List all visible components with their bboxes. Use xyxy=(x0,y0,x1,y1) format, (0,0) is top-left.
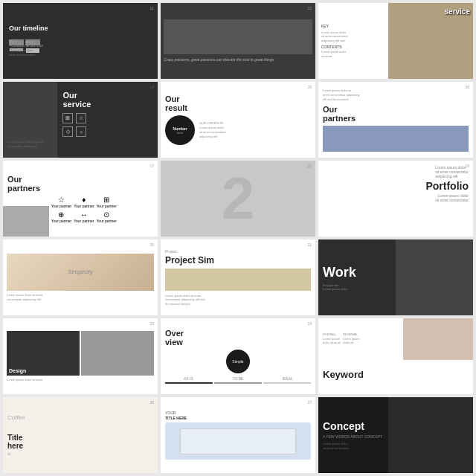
bar-3 xyxy=(263,382,311,384)
coffee-text: Coffee xyxy=(7,414,25,421)
partners-label: partners xyxy=(323,114,356,123)
project-sim-title: Project Sim xyxy=(165,255,214,266)
title-label: Title xyxy=(7,434,22,442)
slide-number: 20 xyxy=(149,242,154,247)
partner-icon-5: ↔Your partner xyxy=(74,210,94,223)
keyword-image xyxy=(403,318,473,360)
over-label: Over xyxy=(165,329,184,338)
slide-number: 17 xyxy=(149,164,154,168)
concept-title: Concept xyxy=(323,420,364,432)
circle-simple: Simple xyxy=(232,359,243,364)
slide-title: Our timeline xyxy=(9,25,48,32)
keyword-overall: OVERALL RENEWALLorem ipsum Lorem ipsumdo… xyxy=(323,332,360,345)
slide-our-result: 15 Our result Number here OUR CONTENTSLo… xyxy=(161,82,315,158)
timeline-bars: 2013FOUNDED 2014MILESTONE xyxy=(9,39,40,45)
project-image xyxy=(165,268,311,291)
quote-text: Crazy passions, great passions can eleva… xyxy=(164,57,274,62)
portfolio-small: Lorem ipsum dolorsit amet consecteturadi… xyxy=(435,165,469,178)
project-label: Project xyxy=(165,249,177,254)
our-label-2: Our xyxy=(7,175,22,184)
partner-icon-4: ⊕Your partner xyxy=(51,210,71,223)
service-text: KEY Lorem ipsum dolorsit amet consectetu… xyxy=(321,24,348,59)
work-title: Work xyxy=(323,265,356,280)
partner-icon-2: ♦Your partner xyxy=(74,196,94,208)
big-number: 2 xyxy=(222,164,255,233)
portfolio-title: Portfolio xyxy=(425,180,469,192)
here-label: here xyxy=(7,442,23,450)
slide-timeline: 11 Our timeline 2013FOUNDED 2014MILESTON… xyxy=(3,3,158,79)
slide-number: 15 xyxy=(307,85,312,89)
partner-icon-6: ⊙Your partner xyxy=(96,210,116,223)
title-num-badge: 23 xyxy=(7,452,10,456)
concept-image xyxy=(388,397,473,473)
slide-concept: 28 Concept A FEW WORDS ABOUT CONCEPT Lor… xyxy=(318,397,473,473)
slide-quote: 12 Crazy passions, great passions can el… xyxy=(161,3,315,79)
title-here-label: TITLE HERE xyxy=(165,416,187,420)
slide-title-device: 27 YOUR TITLE HERE xyxy=(161,397,315,473)
timeline-text: Lorem ipsum dolorsit amet consectetur xyxy=(9,48,36,57)
icon-box-4: ○ xyxy=(76,126,86,137)
partner-icon-3: ⊞Your partner xyxy=(96,196,116,208)
view-label: view xyxy=(165,338,183,347)
design-light xyxy=(81,331,154,376)
slide-simplicity: 20 Simplicity Lorem ipsum dolor sit amet… xyxy=(3,239,158,315)
slide-keyword: 25 OVERALL RENEWALLorem ipsum Lorem ipsu… xyxy=(318,318,473,394)
slide-service-header: 13 service KEY Lorem ipsum dolorsit amet… xyxy=(318,3,473,79)
partners-img xyxy=(3,206,49,237)
slide-number: 19 xyxy=(465,164,469,168)
work-desc: Find partnerLorem ipsum dolor xyxy=(323,283,347,291)
partner-icon-1: ☆Your partner xyxy=(51,196,71,208)
bar-label-1: 2013FOUNDED xyxy=(9,39,24,45)
your-title-label: YOUR xyxy=(165,411,176,415)
slide-number: 23 xyxy=(149,321,154,326)
device-screen xyxy=(180,428,297,454)
slide-our-service: 14 Our service ⊞ ☆ ◇ ○ Lorem ipsum dolor… xyxy=(3,82,158,158)
partner-icons-grid: ☆Your partner ♦Your partner ⊞Your partne… xyxy=(51,196,117,223)
overview-bars xyxy=(165,382,311,384)
design-images: Design xyxy=(7,331,154,376)
result-title: result xyxy=(165,103,187,112)
device-mockup xyxy=(165,422,311,460)
slide-number: 21 xyxy=(307,242,312,247)
slide-number: 16 xyxy=(465,85,469,89)
slide-work: 22 Work Find partnerLorem ipsum dolor xyxy=(318,239,473,315)
service-title: service xyxy=(445,7,470,16)
icon-box-2: ☆ xyxy=(76,113,86,123)
result-circle: Number here xyxy=(165,115,195,145)
slide-number: 26 xyxy=(149,400,154,405)
slide-number: 11 xyxy=(149,6,154,10)
slide-number: 12 xyxy=(307,6,312,10)
ideal-label: IDEAL xyxy=(264,376,311,381)
slide-big-number: 18 2 xyxy=(161,161,315,237)
bar-1 xyxy=(165,382,213,384)
service-label: service xyxy=(62,100,91,109)
partners-label-2: partners xyxy=(7,184,40,193)
keyword-title: Keyword xyxy=(323,369,364,380)
bar-label-2: 2014MILESTONE xyxy=(25,39,40,45)
slide-image xyxy=(164,19,312,54)
slide-project-sim: 21 Project Project Sim Lorem ipsum dolor… xyxy=(161,239,315,315)
overview-circle: Simple xyxy=(226,350,250,373)
portfolio-desc: Lorem ipsum dolorsit amet consectetur xyxy=(435,193,469,202)
design-text: Lorem ipsum dolor sit amet xyxy=(7,378,42,382)
icon-box-3: ◇ xyxy=(62,126,73,137)
our-service-image xyxy=(3,82,57,158)
slide-grid: 11 Our timeline 2013FOUNDED 2014MILESTON… xyxy=(0,0,476,476)
tobe-label: TO BE xyxy=(215,376,262,381)
result-our: Our xyxy=(165,94,180,103)
icon-box-1: ⊞ xyxy=(62,113,73,123)
partners-desc: Lorem ipsum dolor sitamet consectetur ad… xyxy=(323,89,360,102)
slide-partners-icons: 17 Our partners ☆Your partner ♦Your part… xyxy=(3,161,158,237)
project-desc: Lorem ipsum dolor sit ametconsectetur ad… xyxy=(165,294,205,306)
slide-title-left: 26 Coffee Title here 23 xyxy=(3,397,158,473)
result-desc: OUR CONTENTSLorem ipsum dolorsit amet co… xyxy=(199,121,226,139)
our-label: Our xyxy=(62,91,91,100)
our-service-text: Our service ⊞ ☆ ◇ ○ xyxy=(62,91,91,137)
result-content: Number here OUR CONTENTSLorem ipsum dolo… xyxy=(165,115,226,145)
partners-image xyxy=(323,126,469,152)
slide-our-partners-right: 16 Lorem ipsum dolor sitamet consectetur… xyxy=(318,82,473,158)
asis-label: AS IS xyxy=(165,376,212,381)
circle-sub: here xyxy=(177,131,183,135)
slide-overview: 24 Over view Simple AS IS TO BE IDEAL xyxy=(161,318,315,394)
concept-desc: Lorem ipsum dolorsit amet consectetur xyxy=(323,442,350,450)
